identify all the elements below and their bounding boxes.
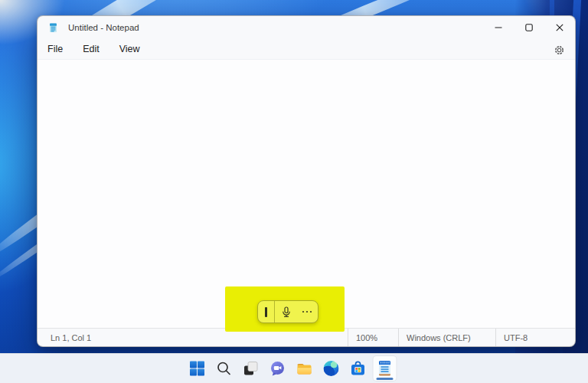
close-icon — [556, 24, 564, 31]
minimize-button[interactable] — [483, 16, 514, 39]
desktop: Untitled - Notepad File Edit View — [0, 0, 588, 383]
highlight-annotation — [225, 286, 345, 332]
menu-file[interactable]: File — [38, 41, 73, 57]
voice-typing-toolbar[interactable] — [257, 300, 318, 323]
notepad-icon — [377, 359, 394, 378]
maximize-icon — [525, 24, 533, 31]
notepad-app-icon — [48, 22, 58, 34]
edge-icon — [324, 361, 339, 376]
menu-view[interactable]: View — [109, 41, 150, 57]
window-controls — [483, 16, 575, 39]
taskbar — [0, 353, 588, 383]
more-options-button[interactable] — [302, 310, 312, 313]
taskbar-icons — [186, 356, 397, 381]
cursor-position: Ln 1, Col 1 — [38, 333, 91, 342]
chat-icon — [270, 360, 286, 377]
minimize-icon — [495, 24, 502, 31]
taskbar-notepad-button[interactable] — [374, 356, 397, 381]
taskbar-search-button[interactable] — [213, 356, 236, 381]
taskbar-edge-button[interactable] — [320, 356, 343, 381]
windows-logo-icon — [190, 361, 205, 376]
folder-icon — [296, 360, 313, 377]
gear-icon — [554, 44, 565, 56]
window-title: Untitled - Notepad — [68, 23, 139, 32]
more-icon — [302, 310, 312, 313]
taskbar-file-explorer-button[interactable] — [293, 356, 316, 381]
taskbar-task-view-button[interactable] — [240, 356, 263, 381]
status-bar-right: 100% Windows (CRLF) UTF-8 — [348, 329, 575, 346]
title-bar[interactable]: Untitled - Notepad — [38, 16, 575, 39]
taskbar-store-button[interactable] — [347, 356, 370, 381]
voice-toolbar-buttons — [275, 301, 318, 322]
menu-edit[interactable]: Edit — [73, 41, 109, 57]
zoom-level: 100% — [348, 329, 398, 346]
active-app-indicator — [377, 378, 394, 380]
store-icon — [350, 360, 367, 377]
search-icon — [217, 361, 232, 376]
microphone-icon — [281, 306, 292, 318]
taskbar-start-button[interactable] — [186, 356, 209, 381]
taskbar-chat-button[interactable] — [266, 356, 289, 381]
close-button[interactable] — [544, 16, 575, 39]
menu-bar: File Edit View — [38, 39, 575, 59]
encoding: UTF-8 — [495, 329, 575, 346]
line-ending: Windows (CRLF) — [398, 329, 495, 346]
microphone-button[interactable] — [281, 306, 292, 318]
settings-button[interactable] — [552, 43, 566, 57]
text-cursor-icon — [265, 307, 267, 317]
text-cursor-segment — [258, 301, 275, 322]
task-view-icon — [243, 361, 259, 376]
maximize-button[interactable] — [514, 16, 544, 39]
